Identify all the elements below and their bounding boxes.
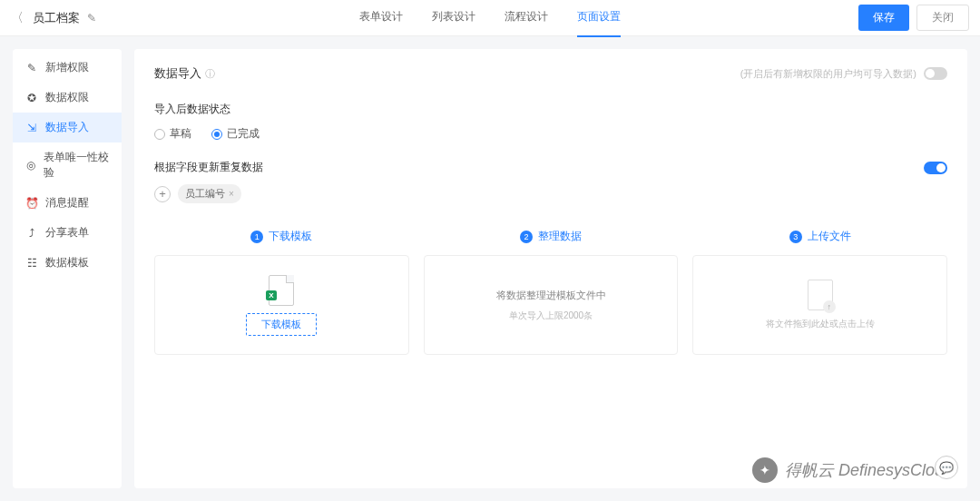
organize-card: 将数据整理进模板文件中 单次导入上限2000条 <box>424 255 679 355</box>
upload-file-icon <box>808 280 833 310</box>
dedupe-label: 根据字段更新重复数据 <box>154 160 263 175</box>
reminder-icon: ⏰ <box>25 197 38 210</box>
import-icon: ⇲ <box>25 122 38 134</box>
step-organize: 2 整理数据 将数据整理进模板文件中 单次导入上限2000条 <box>424 229 679 355</box>
sidebar: ✎ 新增权限 ✪ 数据权限 ⇲ 数据导入 ◎ 表单唯一性校验 ⏰ 消息提醒 ⤴ … <box>13 49 122 488</box>
page-title: 员工档案 <box>33 10 80 26</box>
enable-hint: (开启后有新增权限的用户均可导入数据) <box>740 67 947 81</box>
excel-file-icon: X <box>269 275 294 306</box>
sidebar-item-unique[interactable]: ◎ 表单唯一性校验 <box>13 142 122 188</box>
sidebar-item-label: 数据模板 <box>45 255 89 270</box>
dedupe-toggle[interactable] <box>924 162 947 174</box>
close-button[interactable]: 关闭 <box>916 5 969 31</box>
sidebar-item-reminder[interactable]: ⏰ 消息提醒 <box>13 188 122 218</box>
step-upload: 3 上传文件 将文件拖到此处或点击上传 <box>692 229 947 355</box>
save-button[interactable]: 保存 <box>858 5 909 31</box>
sidebar-item-label: 数据导入 <box>45 120 89 135</box>
step-download: 1 下载模板 X 下载模板 <box>154 229 409 355</box>
sidebar-item-new-perm[interactable]: ✎ 新增权限 <box>13 53 122 83</box>
remove-tag-icon[interactable]: × <box>229 189 234 199</box>
data-perm-icon: ✪ <box>25 92 38 104</box>
sidebar-item-label: 消息提醒 <box>45 195 89 211</box>
sidebar-item-import[interactable]: ⇲ 数据导入 <box>13 113 122 142</box>
step-num-icon: 2 <box>520 231 533 243</box>
section-title: 数据导入 ⓘ <box>154 65 215 82</box>
download-card: X 下载模板 <box>154 255 409 355</box>
chat-bubble-icon[interactable]: 💬 <box>935 456 958 479</box>
app-header: 〈 员工档案 ✎ 表单设计 列表设计 流程设计 页面设置 保存 关闭 <box>0 0 980 36</box>
sidebar-item-label: 分享表单 <box>45 225 89 241</box>
enable-import-toggle[interactable] <box>924 67 947 80</box>
sidebar-item-label: 数据权限 <box>45 90 89 105</box>
tab-list-design[interactable]: 列表设计 <box>432 0 475 37</box>
template-icon: ☷ <box>25 257 38 270</box>
step-num-icon: 3 <box>789 231 802 243</box>
tab-page-settings[interactable]: 页面设置 <box>577 0 621 37</box>
radio-circle-icon <box>154 129 165 140</box>
sidebar-item-label: 表单唯一性校验 <box>44 150 109 181</box>
back-arrow-icon[interactable]: 〈 <box>11 10 25 26</box>
info-icon[interactable]: ⓘ <box>205 67 215 81</box>
status-label: 导入后数据状态 <box>154 102 947 117</box>
radio-draft[interactable]: 草稿 <box>154 126 191 142</box>
plus-perm-icon: ✎ <box>25 62 38 74</box>
sidebar-item-share[interactable]: ⤴ 分享表单 <box>13 218 122 248</box>
edit-icon[interactable]: ✎ <box>87 12 96 25</box>
dedupe-tag: 员工编号 × <box>178 184 241 203</box>
sidebar-item-data-perm[interactable]: ✪ 数据权限 <box>13 83 122 113</box>
step-num-icon: 1 <box>250 231 263 243</box>
sidebar-item-label: 新增权限 <box>45 60 89 75</box>
download-template-button[interactable]: 下载模板 <box>246 313 317 336</box>
radio-completed[interactable]: 已完成 <box>211 126 260 142</box>
nav-tabs: 表单设计 列表设计 流程设计 页面设置 <box>359 0 621 37</box>
main-panel: 数据导入 ⓘ (开启后有新增权限的用户均可导入数据) 导入后数据状态 草稿 已完… <box>134 49 967 488</box>
tab-flow-design[interactable]: 流程设计 <box>505 0 548 37</box>
upload-card[interactable]: 将文件拖到此处或点击上传 <box>692 255 947 355</box>
radio-circle-icon <box>211 129 222 140</box>
add-field-button[interactable]: + <box>154 186 171 202</box>
share-icon: ⤴ <box>25 227 38 240</box>
unique-icon: ◎ <box>25 159 36 172</box>
sidebar-item-template[interactable]: ☷ 数据模板 <box>13 248 122 278</box>
tab-form-design[interactable]: 表单设计 <box>359 0 403 37</box>
